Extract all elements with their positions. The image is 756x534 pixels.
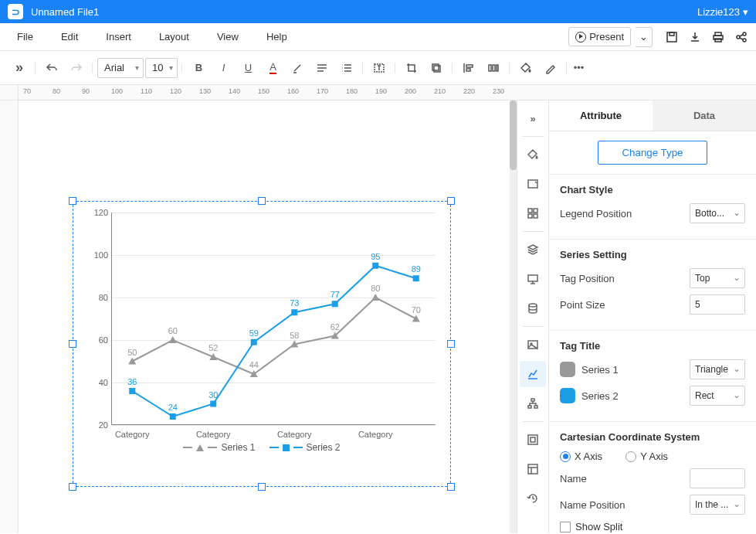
highlight-button[interactable] <box>286 56 309 80</box>
chart-tool-icon[interactable] <box>520 361 546 387</box>
chevron-down-icon: ▾ <box>743 6 748 18</box>
menu-layout[interactable]: Layout <box>145 31 203 43</box>
series2-color-swatch[interactable] <box>560 388 575 403</box>
point-size-label: Point Size <box>560 299 690 311</box>
svg-point-36 <box>529 304 537 307</box>
tab-attribute[interactable]: Attribute <box>549 100 653 131</box>
svg-point-6 <box>743 32 746 36</box>
series2-label: Series 2 <box>581 390 690 402</box>
user-menu[interactable]: Lizzie123 ▾ <box>697 6 748 18</box>
x-axis-radio[interactable]: X Axis <box>560 451 602 462</box>
tag-position-label: Tag Position <box>560 273 690 284</box>
horizontal-ruler[interactable]: 7080901001101201301401501601701801902002… <box>19 85 517 100</box>
collapse-panel-button[interactable]: » <box>520 105 546 131</box>
svg-rect-10 <box>434 66 440 72</box>
point-size-input[interactable]: 5 <box>690 294 745 315</box>
svg-rect-12 <box>493 65 495 71</box>
fill-tool-icon[interactable] <box>520 141 546 168</box>
svg-rect-25 <box>251 339 257 345</box>
grid-tool-icon[interactable] <box>520 200 546 226</box>
svg-rect-44 <box>528 464 537 474</box>
more-button[interactable]: ••• <box>567 56 590 80</box>
download-icon[interactable] <box>686 28 704 46</box>
list-button[interactable] <box>335 56 358 80</box>
menu-edit[interactable]: Edit <box>47 31 92 43</box>
present-dropdown[interactable]: ⌄ <box>636 27 653 47</box>
menu-bar: File Edit Insert Layout View Help Presen… <box>0 23 756 51</box>
menu-help[interactable]: Help <box>253 31 301 43</box>
italic-button[interactable]: I <box>212 56 235 80</box>
undo-button[interactable] <box>40 56 63 80</box>
distribute-button[interactable] <box>482 56 505 80</box>
svg-point-5 <box>737 36 740 39</box>
tag-position-select[interactable]: Top <box>690 268 745 288</box>
resize-handle[interactable] <box>258 483 266 491</box>
svg-rect-39 <box>531 399 534 401</box>
hierarchy-tool-icon[interactable] <box>520 390 546 417</box>
pen-button[interactable] <box>539 56 562 80</box>
menu-view[interactable]: View <box>203 31 253 43</box>
y-axis-radio[interactable]: Y Axis <box>625 451 668 462</box>
crop-button[interactable] <box>400 56 423 80</box>
save-icon[interactable] <box>663 28 681 46</box>
user-name: Lizzie123 <box>697 6 740 18</box>
svg-rect-42 <box>528 435 537 444</box>
database-tool-icon[interactable] <box>520 295 546 321</box>
text-box-button[interactable] <box>368 56 391 80</box>
frame-tool-icon[interactable] <box>520 427 546 453</box>
print-icon[interactable] <box>709 28 727 46</box>
show-split-checkbox[interactable]: Show Split <box>560 521 622 532</box>
name-position-select[interactable]: In the ... <box>690 495 745 515</box>
underline-button[interactable]: U <box>236 56 259 80</box>
font-select[interactable]: Arial <box>97 58 144 78</box>
resize-handle[interactable] <box>447 483 455 491</box>
share-icon[interactable] <box>732 28 751 46</box>
series2-shape-select[interactable]: Rect <box>690 386 745 406</box>
resize-handle[interactable] <box>69 197 76 205</box>
resize-handle[interactable] <box>69 340 76 348</box>
fill-button[interactable] <box>514 56 537 80</box>
font-color-button[interactable]: A <box>261 56 284 80</box>
legend-position-select[interactable]: Botto... <box>690 203 745 223</box>
font-size-select[interactable]: 10 <box>145 58 178 78</box>
file-name[interactable]: Unnamed File1 <box>31 6 99 18</box>
vertical-scrollbar-thumb[interactable] <box>510 100 517 170</box>
align-button[interactable] <box>310 56 334 80</box>
expand-panel-button[interactable]: » <box>8 56 31 80</box>
align-objects-button[interactable] <box>457 56 480 80</box>
svg-rect-1 <box>670 32 674 36</box>
resize-handle[interactable] <box>447 340 455 348</box>
redo-button[interactable] <box>65 56 88 80</box>
app-logo-icon[interactable]: ⊃ <box>8 4 23 19</box>
tab-data[interactable]: Data <box>653 100 756 131</box>
legend-item-series2[interactable]: Series 2 <box>270 442 341 453</box>
vertical-ruler[interactable] <box>0 100 19 533</box>
presentation-tool-icon[interactable] <box>520 266 546 292</box>
svg-rect-23 <box>170 413 176 420</box>
resize-handle[interactable] <box>69 483 76 491</box>
vertical-scrollbar-track[interactable] <box>510 100 517 533</box>
resize-handle[interactable] <box>447 197 455 205</box>
present-label: Present <box>589 31 624 43</box>
canvas[interactable]: 20406080100120CategoryCategoryCategoryCa… <box>19 100 517 533</box>
layout-tool-icon[interactable] <box>520 456 546 482</box>
svg-rect-35 <box>528 275 537 281</box>
change-type-button[interactable]: Change Type <box>598 141 707 165</box>
line-chart[interactable]: 20406080100120CategoryCategoryCategoryCa… <box>88 213 436 475</box>
image-tool-icon[interactable] <box>520 171 546 197</box>
name-input[interactable] <box>690 468 745 488</box>
resize-handle[interactable] <box>258 197 266 205</box>
bold-button[interactable]: B <box>187 56 210 80</box>
series1-shape-select[interactable]: Triangle <box>690 359 745 379</box>
menu-file[interactable]: File <box>3 31 47 43</box>
picture-tool-icon[interactable] <box>520 332 546 358</box>
history-tool-icon[interactable] <box>520 485 546 512</box>
series1-color-swatch[interactable] <box>560 362 575 377</box>
menu-insert[interactable]: Insert <box>92 31 145 43</box>
legend-item-series1[interactable]: Series 1 <box>183 442 255 453</box>
layers-tool-icon[interactable] <box>520 236 546 263</box>
svg-rect-43 <box>531 437 535 442</box>
shadow-button[interactable] <box>425 56 448 80</box>
present-button[interactable]: Present <box>568 27 631 46</box>
svg-rect-32 <box>534 209 537 213</box>
